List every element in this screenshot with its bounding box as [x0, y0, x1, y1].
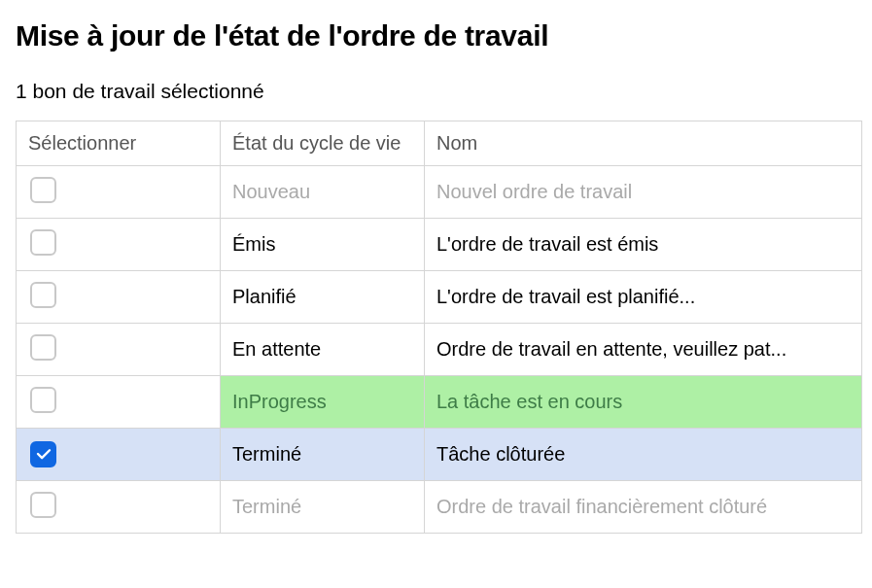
select-checkbox[interactable]: [30, 387, 56, 413]
selection-count: 1 bon de travail sélectionné: [16, 80, 856, 103]
cell-select: [17, 481, 221, 534]
cell-state: Émis: [221, 219, 425, 271]
table-row: En attenteOrdre de travail en attente, v…: [17, 324, 862, 376]
cell-name: Ordre de travail en attente, veuillez pa…: [425, 324, 862, 376]
table-row: NouveauNouvel ordre de travail: [17, 166, 862, 219]
select-checkbox[interactable]: [30, 177, 56, 203]
cell-name: L'ordre de travail est planifié...: [425, 271, 862, 324]
select-checkbox[interactable]: [30, 441, 56, 467]
table-row: InProgressLa tâche est en cours: [17, 376, 862, 429]
cell-name: La tâche est en cours: [425, 376, 862, 429]
page-title: Mise à jour de l'état de l'ordre de trav…: [16, 19, 856, 52]
table-row: ÉmisL'ordre de travail est émis: [17, 219, 862, 271]
cell-state: InProgress: [221, 376, 425, 429]
select-checkbox[interactable]: [30, 282, 56, 308]
cell-state: Terminé: [221, 481, 425, 534]
cell-select: [17, 271, 221, 324]
table-row: TerminéTâche clôturée: [17, 429, 862, 481]
cell-select: [17, 219, 221, 271]
cell-select: [17, 429, 221, 481]
table-row: PlanifiéL'ordre de travail est planifié.…: [17, 271, 862, 324]
cell-name: Ordre de travail financièrement clôturé: [425, 481, 862, 534]
table-header-row: Sélectionner État du cycle de vie Nom: [17, 121, 862, 166]
select-checkbox[interactable]: [30, 334, 56, 361]
cell-state: Terminé: [221, 429, 425, 481]
cell-state: En attente: [221, 324, 425, 376]
cell-select: [17, 376, 221, 429]
select-checkbox[interactable]: [30, 229, 56, 256]
cell-select: [17, 324, 221, 376]
cell-state: Planifié: [221, 271, 425, 324]
cell-name: Nouvel ordre de travail: [425, 166, 862, 219]
select-checkbox[interactable]: [30, 492, 56, 518]
cell-select: [17, 166, 221, 219]
header-state: État du cycle de vie: [221, 121, 425, 166]
header-name: Nom: [425, 121, 862, 166]
work-order-state-table: Sélectionner État du cycle de vie Nom No…: [16, 121, 862, 534]
header-select: Sélectionner: [17, 121, 221, 166]
table-row: TerminéOrdre de travail financièrement c…: [17, 481, 862, 534]
cell-state: Nouveau: [221, 166, 425, 219]
cell-name: L'ordre de travail est émis: [425, 219, 862, 271]
cell-name: Tâche clôturée: [425, 429, 862, 481]
